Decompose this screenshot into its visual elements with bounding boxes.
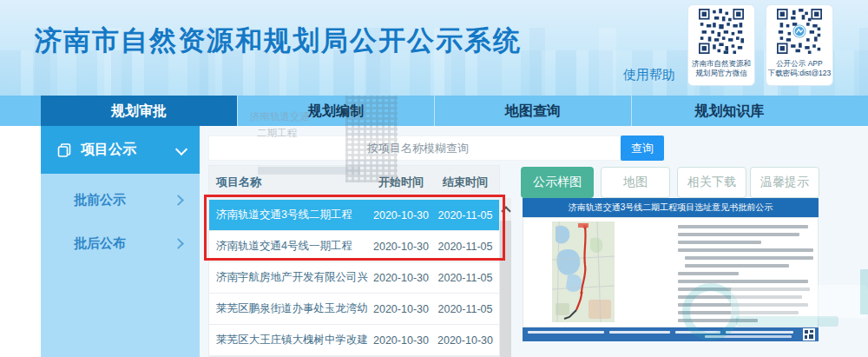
app-window: 济南市自然资源和规划局公开公示系统 使用帮助 bbox=[0, 0, 868, 357]
chevron-right-icon bbox=[173, 238, 184, 249]
cell-project-name: 济南宇航房地产开发有限公司兴 bbox=[209, 270, 371, 285]
table-scrollbar[interactable] bbox=[500, 198, 511, 357]
table-row[interactable]: 莱芜区大王庄镇大槐树中学改建 2020-10-30 2020-10-30 bbox=[209, 324, 499, 355]
cell-start-time: 2020-10-30 bbox=[371, 209, 431, 221]
chevron-down-icon bbox=[175, 143, 187, 155]
chevron-right-icon bbox=[173, 195, 184, 206]
main-content: 查询 项目名称 开始时间 结束时间 济南轨道交通3号线二期工程 2020-10-… bbox=[200, 126, 868, 357]
document-preview bbox=[523, 217, 819, 327]
scrollbar-up-button[interactable] bbox=[500, 198, 511, 221]
ghost-text-artifact: 二期工程 bbox=[257, 127, 297, 140]
cell-end-time: 2020-11-05 bbox=[431, 272, 499, 284]
table-row[interactable]: 济南轨道交通3号线二期工程 2020-10-30 2020-11-05 bbox=[209, 199, 499, 230]
footer-qr-icon bbox=[803, 328, 815, 340]
sidebar-item-post-approval-publication[interactable]: 批后公布 bbox=[41, 221, 200, 265]
map-button[interactable]: 地图 bbox=[601, 167, 670, 198]
cell-end-time: 2020-11-05 bbox=[431, 241, 499, 253]
help-link[interactable]: 使用帮助 bbox=[623, 67, 675, 83]
tab-planning-approval[interactable]: 规划审批 bbox=[41, 96, 237, 126]
ghost-text-artifact bbox=[258, 167, 360, 175]
site-map-image bbox=[552, 221, 615, 322]
main-nav-tabbar: 规划审批 规划编制 地图查询 规划知识库 bbox=[0, 96, 868, 126]
chevron-up-icon bbox=[501, 206, 510, 215]
table-row[interactable]: 济南宇航房地产开发有限公司兴 2020-10-30 2020-11-05 bbox=[209, 261, 499, 293]
related-downloads-button[interactable]: 相关下载 bbox=[677, 167, 746, 198]
cell-start-time: 2020-10-30 bbox=[371, 303, 431, 315]
search-button[interactable]: 查询 bbox=[621, 136, 664, 161]
document-title-bar: 济南轨道交通3号线二期工程项目选址意见书批前公示 bbox=[523, 198, 819, 217]
banner: 济南市自然资源和规划局公开公示系统 使用帮助 bbox=[0, 0, 868, 96]
document-text-lines bbox=[678, 225, 815, 327]
sidebar-item-pre-approval-publicity[interactable]: 批前公示 bbox=[41, 178, 200, 221]
cell-project-name: 济南轨道交通3号线二期工程 bbox=[209, 208, 371, 222]
wechat-qr-card: 济南市自然资源和 规划局官方微信 bbox=[687, 4, 755, 86]
publicity-sample-image-button[interactable]: 公示样图 bbox=[521, 167, 594, 198]
sidebar: 项目公示 批前公示 批后公布 bbox=[41, 126, 200, 357]
cell-project-name: 莱芜区大王庄镇大槐树中学改建 bbox=[209, 333, 371, 347]
cell-project-name: 莱芜区鹏泉街道办事处玉龙湾幼 bbox=[209, 301, 371, 316]
app-qr-label: 公开公示 APP 下载密码:dist@123 bbox=[766, 59, 832, 78]
cell-end-time: 2020-10-30 bbox=[431, 334, 499, 347]
app-qr-card: 公开公示 APP 下载密码:dist@123 bbox=[766, 4, 833, 86]
ghost-text-artifact: 济南轨道交通 bbox=[250, 110, 310, 123]
app-qr-code-icon bbox=[774, 9, 825, 54]
cell-start-time: 2020-10-30 bbox=[371, 241, 431, 253]
documents-icon bbox=[56, 142, 72, 158]
column-header-end-time: 结束时间 bbox=[431, 175, 499, 190]
cell-end-time: 2020-11-05 bbox=[431, 303, 499, 315]
cell-end-time: 2020-11-05 bbox=[431, 209, 499, 221]
sidebar-item-project-publicity[interactable]: 项目公示 bbox=[41, 126, 200, 174]
friendly-reminder-button[interactable]: 温馨提示 bbox=[750, 167, 819, 198]
cell-project-name: 济南轨道交通4号线一期工程 bbox=[209, 239, 371, 254]
tab-map-query[interactable]: 地图查询 bbox=[434, 96, 631, 126]
table-row[interactable]: 莱芜区鹏泉街道办事处玉龙湾幼 2020-10-30 2020-11-05 bbox=[209, 293, 499, 324]
cell-start-time: 2020-10-30 bbox=[371, 272, 431, 284]
project-table: 项目名称 开始时间 结束时间 济南轨道交通3号线二期工程 2020-10-30 … bbox=[208, 165, 500, 357]
cell-start-time: 2020-10-30 bbox=[371, 334, 431, 347]
wechat-qr-label: 济南市自然资源和 规划局官方微信 bbox=[688, 59, 754, 78]
page-title: 济南市自然资源和规划局公开公示系统 bbox=[35, 23, 522, 59]
wechat-qr-code-icon bbox=[696, 9, 746, 54]
sidebar-item-label: 项目公示 bbox=[81, 141, 136, 159]
sidebar-subitem-label: 批前公示 bbox=[74, 192, 126, 207]
tab-planning-knowledge-base[interactable]: 规划知识库 bbox=[631, 96, 827, 126]
document-footer-bar bbox=[523, 327, 819, 341]
sidebar-subitem-label: 批后公布 bbox=[74, 235, 126, 250]
table-row[interactable]: 济南轨道交通4号线一期工程 2020-10-30 2020-11-05 bbox=[209, 230, 499, 261]
